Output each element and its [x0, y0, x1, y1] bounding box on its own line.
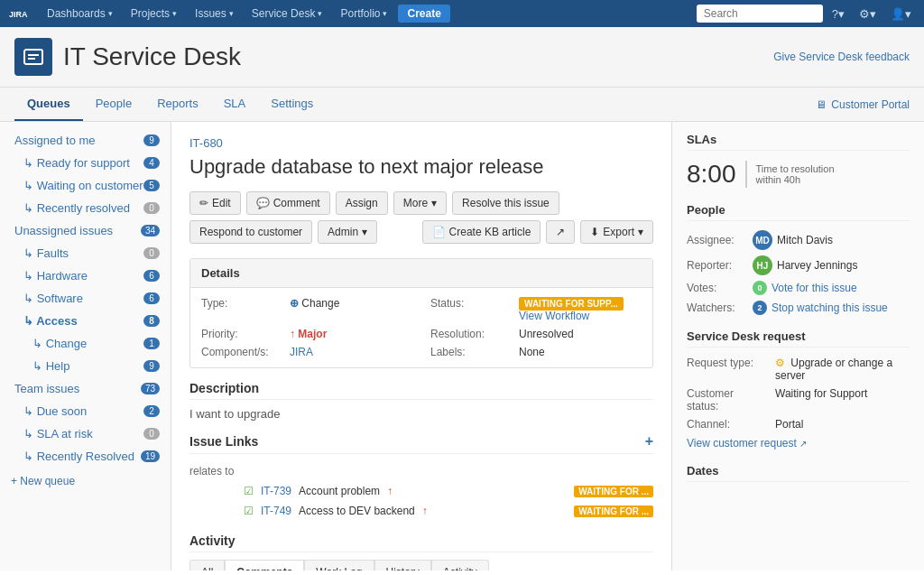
- tab-history[interactable]: History: [374, 560, 431, 570]
- list-item: ☑ IT-739 Account problem ↑ WAITING FOR .…: [189, 481, 653, 501]
- issue-link-it739[interactable]: IT-739: [261, 485, 291, 497]
- nav-dashboards[interactable]: Dashboards ▾: [40, 0, 120, 27]
- details-grid: Type: ⊕ Change Status: WAITING FOR SUPP.…: [190, 288, 652, 367]
- tab-people[interactable]: People: [83, 88, 144, 121]
- sla-description: Time to resolution within 40h: [756, 163, 835, 185]
- tab-settings[interactable]: Settings: [258, 88, 326, 121]
- waiting-badge-2: WAITING FOR ...: [574, 505, 653, 517]
- chevron-down-icon: ▾: [431, 197, 437, 209]
- type-icon: ⊕: [290, 297, 301, 310]
- issue-links-header: Issue Links +: [189, 433, 653, 454]
- more-button[interactable]: More ▾: [393, 191, 447, 215]
- sidebar-item-access[interactable]: ↳ Access 8: [0, 310, 171, 332]
- sidebar-item-assigned-to-me[interactable]: Assigned to me 9: [0, 129, 171, 152]
- comment-button[interactable]: 💬 Comment: [246, 191, 330, 215]
- edit-button[interactable]: ✏ Edit: [189, 191, 241, 215]
- nav-service-desk[interactable]: Service Desk ▾: [245, 0, 330, 27]
- sidebar-item-recently-resolved[interactable]: ↳ Recently resolved 0: [0, 197, 171, 219]
- link-resolved-icon: ☑: [244, 485, 254, 497]
- resolve-button[interactable]: Resolve this issue: [452, 191, 559, 215]
- sidebar-item-software[interactable]: ↳ Software 6: [0, 287, 171, 310]
- feedback-link[interactable]: Give Service Desk feedback: [773, 51, 910, 63]
- tab-reports[interactable]: Reports: [144, 88, 211, 121]
- status-row: Status: WAITING FOR SUPP... View Workflo…: [430, 297, 642, 322]
- create-button[interactable]: Create: [398, 5, 449, 23]
- chevron-down-icon: ▾: [383, 9, 387, 18]
- service-desk-section: Service Desk request Request type: ⚙ Upg…: [687, 329, 910, 450]
- sidebar-item-change[interactable]: ↳ Change 1: [0, 332, 171, 355]
- nav-portfolio[interactable]: Portfolio ▾: [333, 0, 394, 27]
- share-button[interactable]: ↗: [546, 220, 575, 244]
- user-avatar[interactable]: 👤▾: [885, 7, 917, 21]
- issue-link-relates-to-label: relates to: [189, 461, 653, 481]
- sidebar-item-waiting-on-customer[interactable]: ↳ Waiting on customer 5: [0, 174, 171, 197]
- right-panel: SLAs 8:00 Time to resolution within 40h …: [671, 122, 924, 570]
- votes-row: Votes: 0 Vote for this issue: [687, 281, 910, 295]
- new-queue-button[interactable]: + New queue: [0, 468, 171, 495]
- watchers-row: Watchers: 2 Stop watching this issue: [687, 301, 910, 315]
- watch-link[interactable]: Stop watching this issue: [772, 301, 888, 314]
- issue-id[interactable]: IT-680: [189, 136, 653, 150]
- sidebar-item-due-soon[interactable]: ↳ Due soon 2: [0, 400, 171, 422]
- sidebar-item-ready-for-support[interactable]: ↳ Ready for support 4: [0, 152, 171, 174]
- svg-rect-2: [24, 50, 42, 64]
- tab-comments[interactable]: Comments: [225, 560, 304, 570]
- waiting-badge-1: WAITING FOR ...: [574, 486, 653, 497]
- create-kb-button[interactable]: 📄 Create KB article: [422, 220, 541, 244]
- sidebar-item-hardware[interactable]: ↳ Hardware 6: [0, 264, 171, 287]
- assign-button[interactable]: Assign: [336, 191, 388, 215]
- issue-links-section: Issue Links + relates to ☑ IT-739 Accoun…: [189, 433, 653, 521]
- sidebar-item-sla-at-risk[interactable]: ↳ SLA at risk 0: [0, 422, 171, 445]
- sla-separator: [745, 161, 747, 188]
- chevron-down-icon: ▾: [229, 9, 234, 18]
- tab-queues[interactable]: Queues: [14, 88, 83, 121]
- chevron-down-icon: ▾: [638, 226, 643, 238]
- chevron-down-icon: ▾: [318, 9, 322, 18]
- issue-link-it749[interactable]: IT-749: [261, 505, 291, 517]
- assignee-avatar: MD: [753, 230, 772, 250]
- issue-title: Upgrade database to next major release: [189, 155, 653, 179]
- sidebar-item-help[interactable]: ↳ Help 9: [0, 355, 171, 377]
- status-badge: WAITING FOR SUPP...: [519, 297, 624, 311]
- people-title: People: [687, 203, 910, 221]
- export-icon: ⬇: [590, 226, 599, 238]
- sidebar-item-unassigned-issues[interactable]: Unassigned issues 34: [0, 219, 171, 242]
- view-workflow-link[interactable]: View Workflow: [519, 310, 589, 322]
- comment-icon: 💬: [256, 197, 270, 209]
- nav-issues[interactable]: Issues ▾: [188, 0, 241, 27]
- activity-tabs: All Comments Work Log History Activity: [189, 560, 653, 570]
- description-section: Description I want to upgrade: [189, 381, 653, 421]
- sidebar-item-team-issues[interactable]: Team issues 73: [0, 377, 171, 400]
- help-icon[interactable]: ?▾: [827, 7, 850, 21]
- vote-link[interactable]: Vote for this issue: [772, 282, 857, 294]
- issue-content: IT-680 Upgrade database to next major re…: [171, 122, 671, 570]
- labels-row: Labels: None: [430, 346, 642, 358]
- components-link[interactable]: JIRA: [290, 346, 313, 358]
- chevron-down-icon: ▾: [172, 9, 177, 18]
- votes-icon: 0: [753, 281, 767, 295]
- view-customer-request-link[interactable]: View customer request: [687, 437, 797, 450]
- search-input[interactable]: [697, 5, 823, 23]
- sla-section: SLAs 8:00 Time to resolution within 40h: [687, 133, 910, 189]
- respond-button[interactable]: Respond to customer: [189, 220, 312, 244]
- jira-logo[interactable]: JIRA: [7, 6, 29, 21]
- tab-activity[interactable]: Activity: [431, 560, 489, 570]
- external-link-icon: ↗: [799, 439, 807, 449]
- sidebar-item-faults[interactable]: ↳ Faults 0: [0, 242, 171, 264]
- customer-portal-button[interactable]: 🖥 Customer Portal: [816, 91, 910, 118]
- watchers-icon: 2: [753, 301, 767, 315]
- reporter-row: Reporter: HJ Harvey Jennings: [687, 255, 910, 275]
- tab-sla[interactable]: SLA: [211, 88, 259, 121]
- sub-nav-tabs: Queues People Reports SLA Settings: [14, 88, 326, 121]
- tab-work-log[interactable]: Work Log: [304, 560, 374, 570]
- settings-icon[interactable]: ⚙▾: [854, 7, 882, 21]
- sidebar-item-recently-resolved-2[interactable]: ↳ Recently Resolved 19: [0, 445, 171, 468]
- reporter-avatar: HJ: [753, 255, 772, 275]
- add-link-icon[interactable]: +: [645, 433, 653, 450]
- chevron-down-icon: ▾: [362, 226, 367, 238]
- app-icon: [14, 38, 52, 76]
- tab-all[interactable]: All: [189, 560, 225, 570]
- admin-button[interactable]: Admin ▾: [318, 220, 377, 244]
- nav-projects[interactable]: Projects ▾: [124, 0, 184, 27]
- export-button[interactable]: ⬇ Export ▾: [580, 220, 653, 244]
